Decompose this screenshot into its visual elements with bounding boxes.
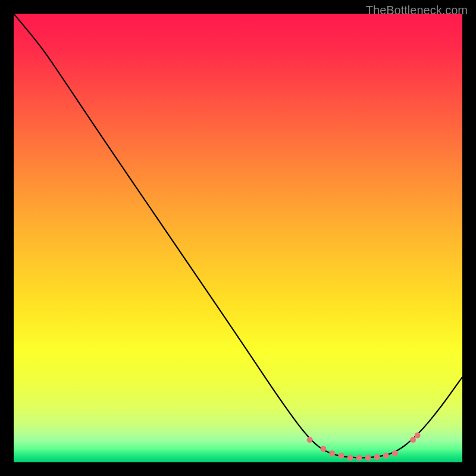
marker-dot bbox=[410, 437, 416, 443]
marker-dot bbox=[356, 455, 362, 461]
marker-dot bbox=[365, 455, 371, 461]
marker-dot bbox=[347, 455, 353, 461]
bottleneck-curve bbox=[14, 14, 462, 458]
marker-dot bbox=[307, 437, 313, 443]
chart-svg bbox=[14, 14, 462, 462]
marker-dot bbox=[392, 450, 398, 456]
marker-dot bbox=[338, 453, 344, 459]
marker-dot bbox=[383, 453, 389, 459]
marker-dot bbox=[415, 433, 421, 439]
marker-dot bbox=[374, 454, 380, 460]
marker-dot bbox=[320, 446, 326, 452]
marker-dot bbox=[329, 450, 335, 456]
watermark-text: TheBottleneck.com bbox=[366, 4, 468, 17]
plot-area bbox=[14, 14, 462, 462]
